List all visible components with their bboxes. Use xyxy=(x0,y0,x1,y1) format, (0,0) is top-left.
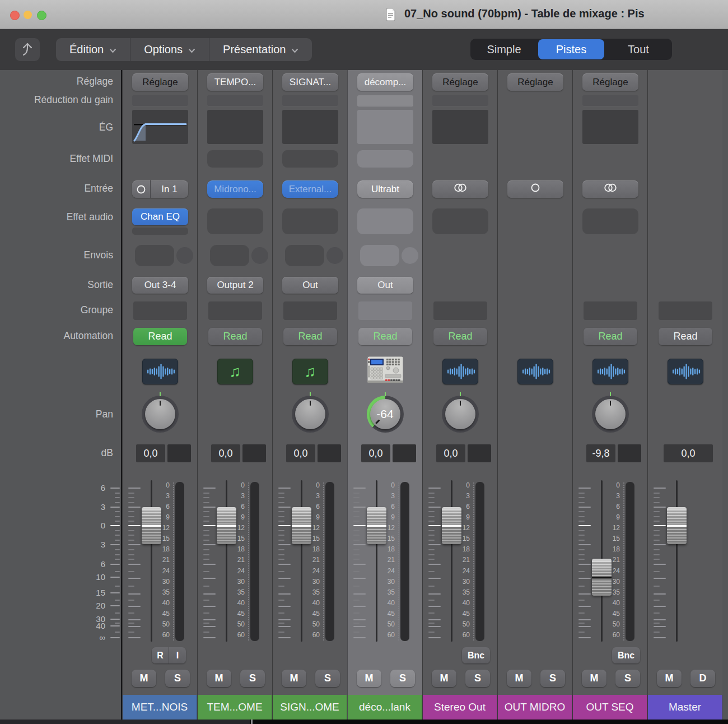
automation-read-button[interactable]: Read xyxy=(659,328,712,345)
mute-button[interactable]: M xyxy=(582,670,606,687)
automation-read-button[interactable]: Read xyxy=(208,328,262,345)
group-slot[interactable] xyxy=(133,301,187,320)
back-up-arrow-button[interactable] xyxy=(15,38,40,61)
solo-button[interactable]: S xyxy=(315,670,340,687)
automation-read-button[interactable]: Read xyxy=(283,328,337,345)
input-format-icon[interactable] xyxy=(132,180,151,198)
mute-button[interactable]: M xyxy=(207,670,231,687)
document-proxy-icon[interactable] xyxy=(386,8,395,21)
eq-thumbnail-display[interactable] xyxy=(582,110,638,144)
automation-read-button[interactable]: Read xyxy=(433,328,487,345)
fader-track[interactable] xyxy=(301,480,302,642)
scrollbar-thumb[interactable] xyxy=(0,720,250,724)
input-plugin-button[interactable]: Midrono... xyxy=(207,180,263,198)
bounce-button[interactable]: Bnc xyxy=(462,647,490,663)
audio-effect-slot[interactable] xyxy=(132,228,188,235)
audio-effect-slot[interactable] xyxy=(282,208,338,234)
channel-setting-button[interactable]: TEMPO... xyxy=(207,73,263,91)
midi-effect-slot[interactable] xyxy=(282,150,338,168)
send-level-knob[interactable] xyxy=(251,247,268,264)
track-name[interactable]: MET...NOIS xyxy=(123,695,197,720)
track-name[interactable]: OUT MIDRO xyxy=(498,695,572,720)
send-slot[interactable] xyxy=(135,245,174,266)
solo-button[interactable]: S xyxy=(465,670,490,687)
zoom-button[interactable] xyxy=(37,11,46,20)
input-format-button[interactable] xyxy=(432,180,488,198)
channel-setting-button[interactable]: Réglage xyxy=(132,73,188,91)
automation-read-button[interactable]: Read xyxy=(358,328,412,345)
audio-effect-slot[interactable] xyxy=(582,208,638,234)
volume-value[interactable]: 0,0 xyxy=(664,444,713,462)
eq-thumbnail-display[interactable] xyxy=(132,110,188,144)
mute-button[interactable]: M xyxy=(507,670,531,687)
fader-track[interactable] xyxy=(151,480,152,642)
solo-button[interactable]: S xyxy=(240,670,265,687)
pan-knob[interactable]: -64 xyxy=(364,393,407,435)
output-button[interactable]: Out 3-4 xyxy=(132,277,188,294)
solo-button[interactable]: S xyxy=(615,670,640,687)
pan-knob[interactable] xyxy=(439,393,482,435)
volume-value[interactable]: 0,0 xyxy=(361,444,390,462)
pan-knob[interactable] xyxy=(289,393,332,435)
dim-button[interactable]: D xyxy=(690,670,715,687)
input-plugin-button[interactable]: External... xyxy=(282,180,338,198)
volume-value[interactable]: 0,0 xyxy=(211,444,240,462)
group-slot[interactable] xyxy=(283,301,337,320)
channel-setting-button[interactable]: SIGNAT... xyxy=(282,73,338,91)
eq-thumbnail-display[interactable] xyxy=(357,110,413,144)
input-button[interactable]: In 1 xyxy=(132,180,188,198)
track-name[interactable]: SIGN...OME xyxy=(273,695,347,720)
input-source-label[interactable]: In 1 xyxy=(151,180,188,198)
mute-button[interactable]: M xyxy=(657,670,682,687)
pan-knob[interactable] xyxy=(139,393,181,435)
view-segment-simple[interactable]: Simple xyxy=(471,39,537,59)
channel-setting-button[interactable]: Réglage xyxy=(432,73,488,91)
fader-track[interactable] xyxy=(676,480,678,642)
fader-handle[interactable] xyxy=(667,507,687,544)
solo-button[interactable]: S xyxy=(540,670,565,687)
volume-value[interactable]: 0,0 xyxy=(136,444,165,462)
input-monitor-button[interactable]: I xyxy=(169,647,186,663)
automation-read-button[interactable]: Read xyxy=(584,328,637,345)
track-name[interactable]: déco...lank xyxy=(348,695,422,720)
input-format-button[interactable] xyxy=(507,180,563,198)
input-plugin-button[interactable]: Ultrabt xyxy=(357,180,413,198)
send-slot[interactable] xyxy=(360,245,399,266)
audio-effect-plugin-button[interactable]: Chan EQ xyxy=(132,208,188,225)
eq-thumbnail-display[interactable] xyxy=(432,110,488,144)
menu-button-options[interactable]: Options xyxy=(130,38,209,61)
send-slot[interactable] xyxy=(285,245,324,266)
mute-button[interactable]: M xyxy=(282,670,306,687)
solo-button[interactable]: S xyxy=(165,670,190,687)
mute-button[interactable]: M xyxy=(432,670,456,687)
record-button[interactable]: R xyxy=(152,647,169,663)
send-level-knob[interactable] xyxy=(326,247,343,264)
volume-value[interactable]: -9,8 xyxy=(586,444,615,462)
close-button[interactable] xyxy=(10,11,20,20)
group-slot[interactable] xyxy=(208,301,262,320)
audio-effect-slot[interactable] xyxy=(207,208,263,234)
solo-button[interactable]: S xyxy=(390,670,415,687)
track-name[interactable]: OUT SEQ xyxy=(573,695,647,720)
view-segment-tout[interactable]: Tout xyxy=(605,39,671,59)
midi-effect-slot[interactable] xyxy=(207,150,263,168)
group-slot[interactable] xyxy=(659,301,712,320)
track-name[interactable]: TEM...OME xyxy=(198,695,272,720)
channel-setting-button[interactable]: Réglage xyxy=(507,73,563,91)
input-format-button[interactable] xyxy=(582,180,638,198)
audio-effect-slot[interactable] xyxy=(357,208,413,234)
eq-thumbnail-display[interactable] xyxy=(207,110,263,144)
automation-read-button[interactable]: Read xyxy=(133,328,187,345)
pan-knob[interactable] xyxy=(589,393,632,435)
fader-track[interactable] xyxy=(226,480,227,642)
menu-button-edition[interactable]: Édition xyxy=(56,38,130,61)
track-name[interactable]: Master xyxy=(648,695,722,720)
group-slot[interactable] xyxy=(358,301,412,320)
channel-setting-button[interactable]: décomp... xyxy=(357,73,413,91)
send-slot[interactable] xyxy=(210,245,249,266)
view-segment-pistes[interactable]: Pistes xyxy=(538,39,604,59)
fader-track[interactable] xyxy=(376,480,377,642)
send-level-knob[interactable] xyxy=(176,247,193,264)
channel-setting-button[interactable]: Réglage xyxy=(582,73,638,91)
eq-thumbnail-display[interactable] xyxy=(282,110,338,144)
